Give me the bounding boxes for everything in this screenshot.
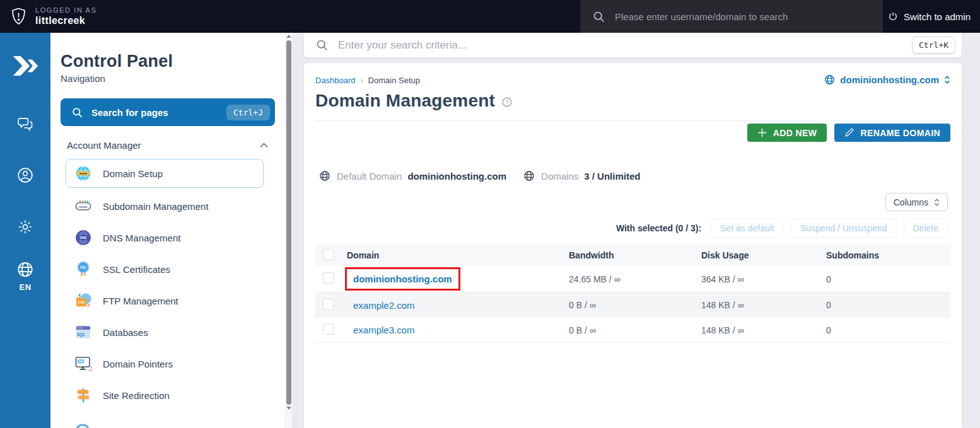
username: littlecreek [35,15,96,26]
svg-text:SQL: SQL [77,332,86,337]
gear-icon[interactable] [17,219,33,235]
rename-domain-button[interactable]: RENAME DOMAIN [834,124,950,142]
nav-item-databases[interactable]: SQLDatabases [50,316,277,348]
pencil-icon [844,128,854,137]
search-icon [71,107,83,119]
with-selected-label: With selected (0 / 3): [616,223,701,233]
scrollbar-thumb[interactable] [286,40,291,405]
bandwidth-cell: 24.65 MB / ∞ [568,274,700,284]
nav-item-dns-management[interactable]: DNSDNS Management [50,222,277,253]
svg-text:SSL: SSL [80,265,87,269]
globe-icon [824,74,835,85]
nav-item-subdomain-management[interactable]: ﹏www﹏Subdomain Management [50,190,277,222]
columns-dropdown[interactable]: Columns [885,193,948,211]
nav-item-label: Domain Pointers [103,359,173,369]
nav-item-domain-pointers[interactable]: Domain Pointers [50,348,277,379]
table-row: example2.com0 B / ∞148 KB / ∞0 [315,292,950,318]
pages-search-shortcut: Ctrl+J [226,105,270,120]
select-all-checkbox[interactable] [323,249,334,260]
plus-icon [757,128,767,137]
bandwidth-cell: 0 B / ∞ [568,325,700,335]
suspend-unsuspend-button[interactable]: Suspend / Unsuspend [791,219,897,238]
svg-text:﹏www﹏: ﹏www﹏ [75,205,91,209]
globe-icon [523,170,535,182]
header-subdomains[interactable]: Subdomains [825,250,950,260]
nav-item-domain-setup[interactable]: wwwDomain Setup [66,159,264,188]
scroll-down-arrow[interactable] [286,407,291,410]
scroll-up-arrow[interactable] [286,35,291,38]
dns-icon: DNS [74,229,92,246]
section-label: Account Manager [67,140,141,151]
page-search-input[interactable]: Enter your search criteria... Ctrl+K [304,33,962,57]
highlight-annotation-box: dominionhosting.com [345,267,460,291]
add-new-button[interactable]: ADD NEW [747,124,827,142]
domains-count-value: 3 / Unlimited [584,171,640,182]
page-search-shortcut: Ctrl+K [912,37,955,54]
account-brand: LOGGED IN AS littlecreek [11,6,96,26]
nav-menu: wwwDomain Setup﹏www﹏Subdomain Management… [50,159,277,411]
domain-selector[interactable]: dominionhosting.com [824,74,950,85]
domain-link[interactable]: example3.com [353,325,415,335]
sql-icon: SQL [74,323,92,341]
breadcrumb-current: Domain Setup [368,76,420,85]
domain-selector-value: dominionhosting.com [840,74,939,85]
with-selected-row: With selected (0 / 3): Set as default Su… [616,219,948,238]
shield-icon [11,8,26,25]
nav-item-label: Domain Setup [103,168,163,179]
icon-rail: EN [0,33,50,428]
admin-search-placeholder: Please enter username/domain to search [615,11,788,22]
section-account-manager[interactable]: Account Manager [67,140,269,151]
language-globe-icon[interactable] [17,261,34,278]
domain-link[interactable]: example2.com [353,300,415,311]
disk-usage-cell: 148 KB / ∞ [700,300,825,310]
messages-icon[interactable] [17,117,33,132]
admin-search-input[interactable]: Please enter username/domain to search [580,0,883,33]
page-title-row: Domain Management ? [315,91,512,111]
domains-table: Domain Bandwidth Disk Usage Subdomains d… [315,245,950,343]
nav-item-label: Site Redirection [103,390,170,401]
page-search-placeholder: Enter your search criteria... [338,39,467,52]
header-disk-usage[interactable]: Disk Usage [700,250,825,260]
bandwidth-cell: 0 B / ∞ [568,300,700,310]
nav-item-ssl-certificates[interactable]: SSLSSL Certificates [50,253,277,285]
search-icon [315,38,329,52]
domain-table-body: dominionhosting.com24.65 MB / ∞364 KB / … [315,266,950,343]
pages-search-label: Search for pages [91,107,168,118]
row-checkbox[interactable] [323,299,334,310]
help-icon[interactable]: ? [502,97,512,107]
nav-scrollbar[interactable] [285,33,292,428]
top-bar: LOGGED IN AS littlecreek Please enter us… [0,0,980,33]
nav-item-ftp-management[interactable]: FTPFTP Management [50,285,277,316]
delete-button[interactable]: Delete [904,219,948,238]
content-card: Dashboard › Domain Setup dominionhosting… [304,63,962,428]
header-domain[interactable]: Domain [341,250,568,260]
navigation-panel: Control Panel Navigation Search for page… [50,33,285,428]
pages-search-button[interactable]: Search for pages Ctrl+J [61,98,275,126]
set-as-default-button[interactable]: Set as default [711,219,784,238]
header-bandwidth[interactable]: Bandwidth [568,250,700,260]
breadcrumb-separator: › [361,76,363,85]
subdomain-icon: ﹏www﹏ [74,197,92,215]
table-row: example3.com0 B / ∞148 KB / ∞0 [315,318,950,343]
ssl-icon: SSL [74,260,92,278]
nav-item-site-redirection[interactable]: Site Redirection [50,379,277,411]
breadcrumb-dashboard-link[interactable]: Dashboard [315,76,356,85]
domains-count-label: Domains [541,171,578,182]
sort-arrows-icon [934,198,940,207]
add-new-label: ADD NEW [773,128,817,138]
domain-link[interactable]: dominionhosting.com [353,274,452,284]
svg-text:FTP: FTP [78,301,85,304]
directadmin-logo-icon[interactable] [12,55,38,76]
subdomains-cell: 0 [825,274,950,284]
row-checkbox[interactable] [323,323,334,335]
rename-domain-label: RENAME DOMAIN [860,128,940,138]
svg-text:DNS: DNS [79,236,87,240]
language-label[interactable]: EN [0,282,50,292]
domain-globe-icon: www [74,165,92,182]
switch-to-admin-button[interactable]: Switch to admin [888,0,971,33]
disk-usage-cell: 364 KB / ∞ [700,274,825,284]
row-checkbox[interactable] [323,272,334,284]
user-icon[interactable] [17,167,33,183]
nav-item-label: SSL Certificates [103,264,170,275]
logged-in-as-label: LOGGED IN AS [35,6,96,14]
